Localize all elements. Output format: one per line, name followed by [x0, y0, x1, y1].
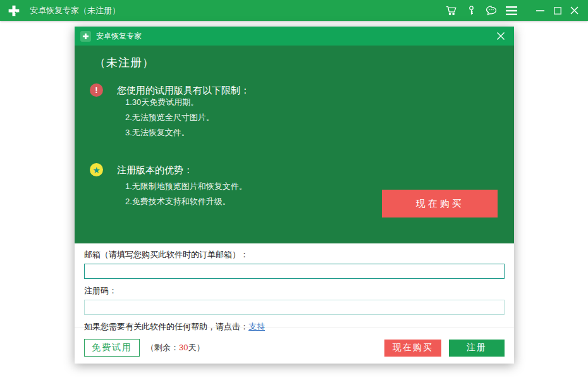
chat-icon[interactable] — [481, 0, 501, 21]
key-icon[interactable] — [461, 0, 481, 21]
dialog-close-icon[interactable] — [493, 28, 508, 44]
registration-dialog: 安卓恢复专家 （未注册） ! 您使用的试用版具有以下限制： 1.30天免费试用期… — [75, 27, 514, 364]
code-label: 注册码： — [84, 285, 505, 297]
app-logo-cross-icon — [6, 3, 22, 18]
list-item: 2.免费技术支持和软件升级。 — [125, 194, 247, 209]
close-icon[interactable] — [566, 0, 583, 21]
warning-icon: ! — [90, 83, 103, 97]
registration-code-field[interactable] — [84, 300, 505, 315]
titlebar: 安卓恢复专家（未注册） — [0, 0, 588, 21]
unregistered-heading: （未注册） — [94, 55, 154, 70]
buy-now-button-large[interactable]: 现在购买 — [382, 190, 498, 217]
minimize-icon[interactable] — [532, 0, 549, 21]
list-item: 3.无法恢复文件。 — [125, 125, 214, 140]
benefits-heading: 注册版本的优势： — [117, 164, 193, 176]
registration-form: 邮箱（请填写您购买此软件时的订单邮箱）： 注册码： 如果您需要有关此软件的任何帮… — [75, 243, 514, 328]
star-icon: ★ — [90, 163, 103, 176]
cart-icon[interactable] — [441, 0, 461, 21]
email-label: 邮箱（请填写您购买此软件时的订单邮箱）： — [84, 249, 505, 260]
benefits-list: 1.无限制地预览图片和恢复文件。 2.免费技术支持和软件升级。 — [125, 179, 247, 209]
days-count: 30 — [179, 343, 188, 352]
window-title: 安卓恢复专家（未注册） — [30, 5, 120, 16]
dialog-logo-cross-icon — [80, 31, 91, 42]
dialog-header: 安卓恢复专家 — [75, 27, 514, 46]
list-item: 1.30天免费试用期。 — [125, 95, 214, 110]
dialog-green-panel: （未注册） ! 您使用的试用版具有以下限制： 1.30天免费试用期。 2.无法预… — [75, 46, 514, 243]
help-text: 如果您需要有关此软件的任何帮助，请点击： — [84, 322, 248, 331]
window-controls — [532, 0, 583, 21]
remaining-days-text: （剩余：30天） — [146, 342, 204, 353]
trial-limits-list: 1.30天免费试用期。 2.无法预览全尺寸图片。 3.无法恢复文件。 — [125, 95, 214, 140]
register-button[interactable]: 注册 — [449, 340, 505, 357]
list-item: 2.无法预览全尺寸图片。 — [125, 110, 214, 125]
email-field[interactable] — [84, 264, 505, 279]
buy-now-button[interactable]: 现在购买 — [384, 340, 441, 357]
dialog-footer: 免费试用 （剩余：30天） 现在购买 注册 — [75, 328, 514, 364]
list-item: 1.无限制地预览图片和恢复文件。 — [125, 179, 247, 194]
dialog-title: 安卓恢复专家 — [96, 31, 142, 42]
menu-icon[interactable] — [501, 0, 522, 21]
support-link[interactable]: 支持 — [248, 322, 265, 331]
maximize-icon[interactable] — [549, 0, 566, 21]
free-trial-button[interactable]: 免费试用 — [84, 339, 140, 357]
